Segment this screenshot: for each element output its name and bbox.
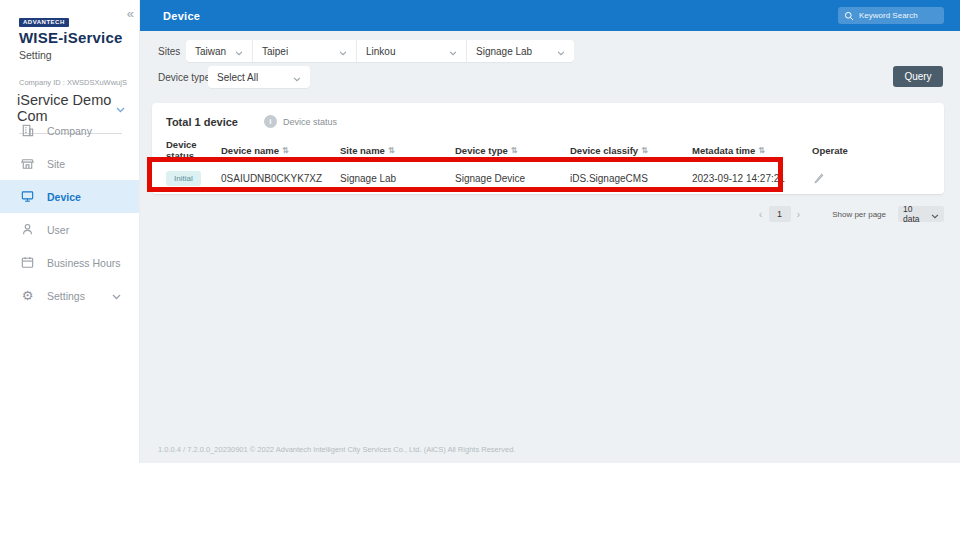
table-header-row: Device status Device name⇅ Site name⇅ De…	[152, 139, 944, 161]
main-content	[140, 31, 960, 463]
dropdown-value: Linkou	[366, 46, 395, 57]
sidebar-item-label: Site	[47, 158, 65, 170]
edit-pencil-icon[interactable]	[812, 171, 872, 186]
company-id-label: Company ID : XWSDSXuWwujS	[0, 61, 139, 87]
device-type-dropdown[interactable]: Select All	[208, 66, 310, 88]
chevron-down-icon	[557, 42, 565, 60]
site-dropdown-country[interactable]: Taiwan	[186, 40, 252, 62]
pagination: ‹ 1 › Show per page 10 data	[753, 206, 944, 222]
footer-version-text: 1.0.0.4 / 7.2.0.0_20230901 © 2022 Advant…	[158, 445, 515, 454]
device-table-card: Total 1 device i Device status Device st…	[152, 103, 944, 194]
sidebar-item-site[interactable]: Site	[0, 147, 139, 180]
brand-block: ADVANTECH WISE-iService Setting	[0, 0, 139, 61]
site-dropdown-group: Taiwan Taipei Linkou Signage Lab	[186, 40, 574, 62]
site-dropdown-site[interactable]: Signage Lab	[466, 40, 574, 62]
topbar: Device	[140, 0, 960, 31]
sidebar-item-device[interactable]: Device	[0, 180, 139, 213]
user-icon	[20, 222, 35, 237]
sidebar-item-label: Settings	[47, 290, 85, 302]
chevron-down-icon	[339, 42, 347, 60]
chevron-down-icon	[293, 68, 301, 86]
sidebar-item-settings[interactable]: ⚙ Settings	[0, 279, 139, 312]
keyword-search[interactable]	[838, 7, 944, 24]
sort-icon[interactable]: ⇅	[282, 146, 289, 155]
sort-icon[interactable]: ⇅	[511, 146, 518, 155]
col-header-device-name: Device name⇅	[221, 145, 340, 156]
cell-device-type: Signage Device	[455, 173, 570, 184]
sites-label: Sites	[158, 46, 180, 57]
monitor-icon	[20, 189, 35, 204]
search-icon	[844, 7, 854, 25]
site-dropdown-district[interactable]: Linkou	[356, 40, 466, 62]
sidebar-item-company[interactable]: Company	[0, 114, 139, 147]
per-page-dropdown[interactable]: 10 data	[898, 206, 944, 222]
dropdown-value: Signage Lab	[476, 46, 532, 57]
search-input[interactable]	[859, 11, 939, 20]
sort-icon[interactable]: ⇅	[641, 146, 648, 155]
site-dropdown-city[interactable]: Taipei	[252, 40, 356, 62]
chevron-down-icon	[235, 42, 243, 60]
cell-metadata-time: 2023-09-12 14:27:21	[692, 173, 812, 184]
sidebar-item-user[interactable]: User	[0, 213, 139, 246]
chevron-down-icon	[112, 290, 121, 302]
col-header-metadata-time: Metadata time⇅	[692, 145, 812, 156]
status-badge: Initial	[166, 171, 201, 186]
show-per-page-label: Show per page	[832, 210, 886, 219]
collapse-sidebar-icon[interactable]: «	[127, 6, 134, 21]
col-header-site-name: Site name⇅	[340, 145, 455, 156]
info-icon[interactable]: i	[264, 115, 277, 128]
dropdown-value: Select All	[217, 72, 258, 83]
col-header-device-status: Device status	[166, 139, 221, 161]
product-subtitle: Setting	[19, 49, 139, 61]
sidebar-item-business-hours[interactable]: Business Hours	[0, 246, 139, 279]
advantech-logo: ADVANTECH	[19, 18, 69, 27]
next-page-icon[interactable]: ›	[791, 206, 807, 222]
col-header-device-type: Device type⇅	[455, 145, 570, 156]
device-status-info-label: Device status	[283, 117, 337, 127]
dropdown-value: 10 data	[903, 204, 931, 224]
dropdown-value: Taipei	[262, 46, 288, 57]
col-header-operate: Operate	[812, 145, 872, 156]
sidebar-item-label: User	[47, 224, 69, 236]
sort-icon[interactable]: ⇅	[388, 146, 395, 155]
device-type-label: Device type	[158, 72, 210, 83]
cell-device-name: 0SAIUDNB0CKYK7XZ	[221, 173, 340, 184]
sort-icon[interactable]: ⇅	[758, 146, 765, 155]
prev-page-icon[interactable]: ‹	[753, 206, 769, 222]
building-icon	[20, 123, 35, 138]
sidebar-menu: Company Site Device User	[0, 114, 139, 312]
sidebar-item-label: Device	[47, 191, 81, 203]
chevron-down-icon	[931, 205, 939, 223]
sidebar-item-label: Business Hours	[47, 257, 121, 269]
dropdown-value: Taiwan	[195, 46, 226, 57]
table-row[interactable]: Initial 0SAIUDNB0CKYK7XZ Signage Lab Sig…	[152, 171, 944, 186]
sidebar-item-label: Company	[47, 125, 92, 137]
sidebar: « ADVANTECH WISE-iService Setting Compan…	[0, 0, 140, 463]
product-name: WISE-iService	[19, 29, 139, 46]
gear-icon: ⚙	[20, 288, 35, 303]
cell-device-classify: iDS.SignageCMS	[570, 173, 692, 184]
storefront-icon	[20, 156, 35, 171]
col-header-device-classify: Device classify⇅	[570, 145, 692, 156]
total-count-label: Total 1 device	[166, 116, 238, 128]
page-number-button[interactable]: 1	[769, 206, 791, 222]
chevron-down-icon	[449, 42, 457, 60]
calendar-icon	[20, 255, 35, 270]
app-window: « ADVANTECH WISE-iService Setting Compan…	[0, 0, 960, 540]
query-button[interactable]: Query	[893, 66, 943, 87]
cell-site-name: Signage Lab	[340, 173, 455, 184]
page-title: Device	[140, 10, 200, 22]
